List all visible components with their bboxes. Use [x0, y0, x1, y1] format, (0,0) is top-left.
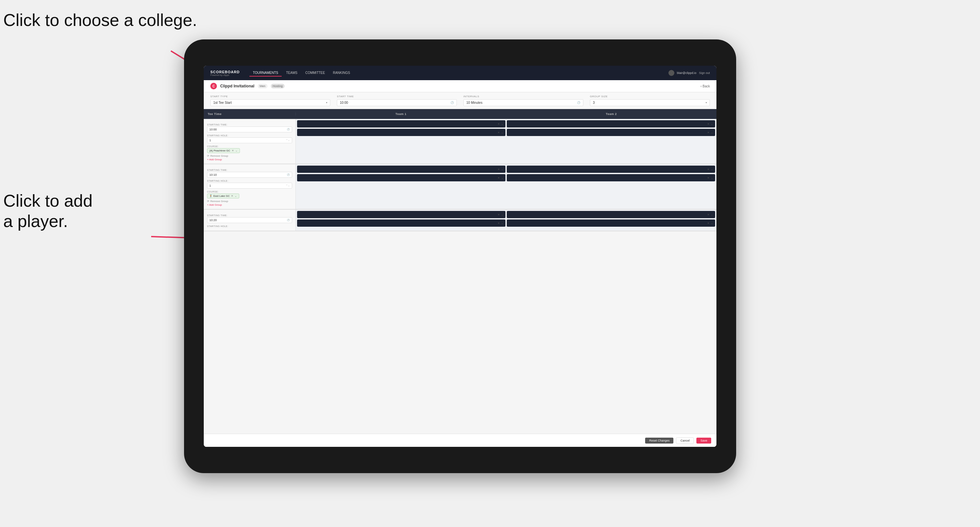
starting-time-input-3[interactable]: 10:20 🕐 [207, 217, 292, 223]
start-type-select[interactable]: 1st Tee Start ▾ [210, 99, 330, 106]
player-slot-5-2[interactable]: ✕ ⌄ [297, 219, 506, 227]
player-slot-3-1[interactable]: ✕ ⌄ [297, 166, 506, 173]
remove-p9[interactable]: ✕ [498, 213, 500, 216]
chevron-g1: ⌃⌄ [286, 139, 290, 141]
back-button[interactable]: ‹ Back [701, 84, 710, 88]
group-2-left: STARTING TIME: 10:10 🕐 STARTING HOLE: 1 … [204, 164, 296, 209]
config-bar: Start Type 1st Tee Start ▾ Start Time 10… [204, 92, 716, 109]
remove-player-icon[interactable]: ✕ [498, 122, 500, 125]
user-email: blair@clippd.io [677, 71, 696, 75]
intervals-label: Intervals [463, 95, 583, 98]
nav-bar: SCOREBOARD Powered by clippd TOURNAMENTS… [204, 66, 716, 80]
course-expand-icon-2[interactable]: ⌄ [235, 195, 237, 197]
starting-time-input-2[interactable]: 10:10 🕐 [207, 172, 292, 178]
starting-hole-label-2: STARTING HOLE: [207, 180, 292, 182]
group-1-right: ✕ ⌄ ✕ ⌄ ✕ ⌄ [296, 119, 716, 163]
clock-icon-g3: 🕐 [287, 219, 290, 221]
remove-p8[interactable]: ✕ [707, 176, 710, 179]
clock-icon-2: 🕐 [577, 101, 581, 104]
group-size-select[interactable]: 3 ▾ [590, 99, 710, 106]
expand-p11[interactable]: ⌄ [711, 213, 713, 216]
starting-hole-label-1: STARTING HOLE: [207, 134, 292, 137]
starting-hole-label-3: STARTING HOLE: [207, 225, 292, 227]
player-slot-4-1[interactable]: ✕ ⌄ [507, 166, 715, 173]
expand-p8[interactable]: ⌄ [711, 176, 713, 179]
course-tags-1: (A) Peachtree GC ✕ ⌄ [207, 148, 292, 153]
start-type-label: Start Type [210, 95, 330, 98]
player-slot-3-2[interactable]: ✕ ⌄ [297, 174, 506, 181]
remove-group-btn-2[interactable]: ⟳ Remove Group [207, 200, 292, 203]
player-slot-6-1[interactable]: ✕ ⌄ [507, 211, 715, 218]
start-time-input[interactable]: 10:00 🕐 [337, 99, 457, 106]
reset-changes-button[interactable]: Reset Changes [645, 438, 673, 444]
expand-p12[interactable]: ⌄ [711, 222, 713, 225]
tablet-frame: SCOREBOARD Powered by clippd TOURNAMENTS… [184, 40, 736, 473]
expand-p6[interactable]: ⌄ [501, 176, 503, 179]
remove-p7[interactable]: ✕ [707, 168, 710, 171]
group-1: STARTING TIME: 10:00 🕐 STARTING HOLE: 1 … [204, 119, 716, 164]
remove-group-btn-1[interactable]: ⟳ Remove Group [207, 154, 292, 157]
group-2: STARTING TIME: 10:10 🕐 STARTING HOLE: 1 … [204, 164, 716, 210]
player-slot-6-2[interactable]: ✕ ⌄ [507, 219, 715, 227]
player-slot-1-2[interactable]: ✕ ⌄ [297, 129, 506, 136]
logo-title: SCOREBOARD [210, 70, 240, 74]
expand-player-icon[interactable]: ⌄ [501, 122, 503, 125]
clock-icon-g2: 🕐 [287, 173, 290, 176]
remove-player-icon-3[interactable]: ✕ [707, 122, 710, 125]
starting-hole-input-1[interactable]: 1 ⌃⌄ [207, 137, 292, 143]
player-slot-2-1[interactable]: ✕ ⌄ [507, 120, 715, 127]
expand-player-icon-4[interactable]: ⌄ [711, 131, 713, 134]
annotation-add-player: Click to adda player. [3, 190, 93, 232]
remove-p11[interactable]: ✕ [707, 213, 710, 216]
col-header-team2: Team 2 [506, 113, 716, 116]
expand-p10[interactable]: ⌄ [501, 222, 503, 225]
add-group-btn-2[interactable]: + Add Group [207, 203, 292, 206]
remove-course-icon-1[interactable]: ✕ [232, 149, 234, 152]
start-type-group: Start Type 1st Tee Start ▾ [210, 95, 330, 106]
team1-col-3: ✕ ⌄ ✕ ⌄ [297, 211, 506, 229]
remove-p6[interactable]: ✕ [498, 176, 500, 179]
gender-badge: Men [258, 84, 267, 88]
chevron-g2: ⌃⌄ [286, 184, 290, 187]
group-3-right: ✕ ⌄ ✕ ⌄ ✕ ⌄ [296, 210, 716, 231]
group-3-left: STARTING TIME: 10:20 🕐 STARTING HOLE: [204, 210, 296, 231]
team1-col-2: ✕ ⌄ ✕ ⌄ [297, 166, 506, 208]
remove-player-icon-2[interactable]: ✕ [498, 131, 500, 134]
player-slot-2-2[interactable]: ✕ ⌄ [507, 129, 715, 136]
course-tag-2[interactable]: 🏌 East Lake GC ✕ ⌄ [207, 194, 239, 198]
clock-icon: 🕐 [450, 101, 454, 104]
tablet-screen: SCOREBOARD Powered by clippd TOURNAMENTS… [204, 66, 716, 447]
intervals-select[interactable]: 10 Minutes 🕐 [463, 99, 583, 106]
group-size-group: Group Size 3 ▾ [590, 95, 710, 106]
nav-tab-teams[interactable]: TEAMS [283, 70, 301, 76]
nav-tab-committee[interactable]: COMMITTEE [302, 70, 328, 76]
player-slot-1-1[interactable]: ✕ ⌄ [297, 120, 506, 127]
add-group-btn-1[interactable]: + Add Group [207, 158, 292, 161]
starting-hole-input-2[interactable]: 1 ⌃⌄ [207, 183, 292, 189]
chevron-down-icon-2: ▾ [706, 101, 707, 104]
nav-tab-rankings[interactable]: RANKINGS [329, 70, 353, 76]
starting-time-input-1[interactable]: 10:00 🕐 [207, 127, 292, 132]
nav-user: blair@clippd.io Sign out [668, 70, 710, 76]
remove-p10[interactable]: ✕ [498, 222, 500, 225]
nav-tabs: TOURNAMENTS TEAMS COMMITTEE RANKINGS [250, 70, 668, 76]
nav-tab-tournaments[interactable]: TOURNAMENTS [250, 70, 281, 76]
save-button[interactable]: Save [696, 438, 711, 444]
player-slot-4-2[interactable]: ✕ ⌄ [507, 174, 715, 181]
remove-course-icon-2[interactable]: ✕ [231, 195, 233, 197]
expand-p9[interactable]: ⌄ [501, 213, 503, 216]
expand-p7[interactable]: ⌄ [711, 168, 713, 171]
chevron-down-icon: ▾ [326, 101, 327, 104]
remove-p5[interactable]: ✕ [498, 168, 500, 171]
expand-player-icon-3[interactable]: ⌄ [711, 122, 713, 125]
annotation-choose-college: Click to choose a college. [3, 10, 197, 30]
sign-out-link[interactable]: Sign out [699, 71, 710, 75]
course-expand-icon-1[interactable]: ⌄ [235, 149, 238, 152]
course-tag-1[interactable]: (A) Peachtree GC ✕ ⌄ [207, 148, 240, 153]
expand-p5[interactable]: ⌄ [501, 168, 503, 171]
remove-player-icon-4[interactable]: ✕ [707, 131, 710, 134]
cancel-button[interactable]: Cancel [676, 437, 694, 444]
remove-p12[interactable]: ✕ [707, 222, 710, 225]
player-slot-5-1[interactable]: ✕ ⌄ [297, 211, 506, 218]
expand-player-icon-2[interactable]: ⌄ [501, 131, 503, 134]
